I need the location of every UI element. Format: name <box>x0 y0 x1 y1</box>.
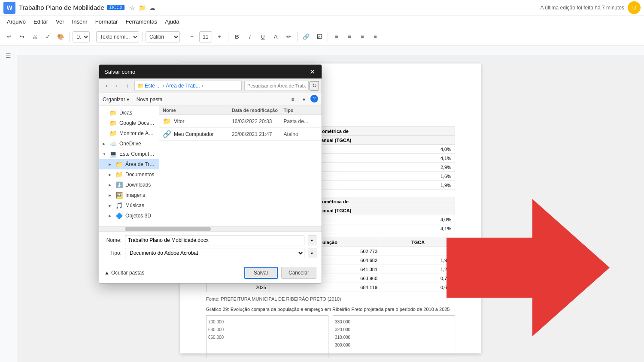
filename-dropdown-button[interactable]: ▾ <box>308 235 316 245</box>
save-button[interactable]: Salvar <box>244 267 278 279</box>
images-label: Imagens <box>125 192 145 198</box>
hide-folders-arrow: ▲ <box>104 270 109 276</box>
vitor-type: Pasta de... <box>284 118 318 124</box>
filetype-row: Tipo: Documento do Adobe Acrobat ▾ <box>104 248 316 258</box>
column-header-type: Tipo <box>284 108 318 113</box>
file-list: Nome Data de modificação Tipo 📁 Vitor 16… <box>159 106 322 226</box>
googledocs-label: Google Docs Co <box>119 120 155 126</box>
3dobjects-icon: 🔷 <box>115 212 123 219</box>
sidebar-item-onedrive[interactable]: ▶ ☁️ OneDrive <box>99 139 159 149</box>
hide-folders-button[interactable]: ▲ Ocultar pastas <box>104 270 144 276</box>
organize-button[interactable]: Organizar ▾ <box>103 97 129 103</box>
view-options-button[interactable]: ▾ <box>299 95 309 104</box>
horizontal-scrollbar[interactable] <box>99 226 322 231</box>
hide-folders-label: Ocultar pastas <box>111 270 144 276</box>
nav-path-bar[interactable]: 📁 Este ... › Área de Trab... › <box>134 81 242 91</box>
desktop-arrow: ▶ <box>109 163 113 166</box>
images-icon: 🖼️ <box>115 192 123 199</box>
help-button[interactable]: ? <box>310 95 318 103</box>
computer-arrow: ▼ <box>103 152 107 156</box>
nav-bar: ‹ › ↑ 📁 Este ... › Área de Trab... › ↻ <box>99 78 322 93</box>
documents-arrow: ▶ <box>109 173 113 177</box>
dicas-label: Dicas <box>119 110 132 116</box>
vitor-folder-icon: 📁 <box>163 117 171 125</box>
onedrive-arrow: ▶ <box>103 142 107 146</box>
action-buttons: Salvar Cancelar <box>244 267 316 279</box>
name-label: Nome: <box>104 237 122 243</box>
monitor-label: Monitor de Áudi <box>119 130 155 136</box>
meucomputador-type: Atalho <box>284 131 318 137</box>
meucomputador-date: 20/08/2021 21:47 <box>232 131 284 137</box>
onedrive-icon: ☁️ <box>109 140 117 147</box>
nav-back-button[interactable]: ‹ <box>102 81 111 90</box>
sidebar-item-computer[interactable]: ▼ 💻 Este Computador <box>99 149 159 159</box>
filename-row: Nome: ▾ <box>104 235 316 245</box>
filetype-select[interactable]: Documento do Adobe Acrobat <box>125 248 304 258</box>
dialog-overlay: Salvar como ✕ ‹ › ↑ 📁 Este ... › Área de… <box>0 0 644 362</box>
onedrive-label: OneDrive <box>119 141 141 147</box>
sidebar-item-dicas[interactable]: 📁 Dicas <box>99 108 159 118</box>
cancel-button[interactable]: Cancelar <box>281 267 316 279</box>
desktop-folder-icon: 📁 <box>115 161 123 168</box>
sidebar-item-downloads[interactable]: ▶ ⬇️ Downloads <box>99 180 159 190</box>
dialog-close-button[interactable]: ✕ <box>308 67 316 76</box>
file-row-vitor[interactable]: 📁 Vitor 16/03/2022 20:33 Pasta de... <box>159 115 322 128</box>
3dobjects-label: Objetos 3D <box>125 213 151 219</box>
column-header-name: Nome <box>163 108 232 113</box>
save-dialog: Salvar como ✕ ‹ › ↑ 📁 Este ... › Área de… <box>99 64 322 284</box>
monitor-folder-icon: 📁 <box>109 130 117 137</box>
path-item-2[interactable]: Este ... <box>145 83 161 89</box>
view-list-button[interactable]: ≡ <box>288 95 298 104</box>
vitor-name: Vitor <box>174 118 184 124</box>
nav-up-button[interactable]: ↑ <box>122 81 132 90</box>
new-folder-button[interactable]: Nova pasta <box>137 97 163 103</box>
path-item-3[interactable]: Área de Trab... <box>166 83 200 89</box>
dialog-actions: ▲ Ocultar pastas Salvar Cancelar <box>99 264 322 283</box>
filetype-dropdown-button[interactable]: ▾ <box>308 248 316 258</box>
computer-icon: 💻 <box>109 151 117 157</box>
nav-forward-button[interactable]: › <box>112 81 122 90</box>
column-header-date: Data de modificação <box>232 108 284 113</box>
dialog-titlebar: Salvar como ✕ <box>99 65 322 78</box>
dicas-folder-icon: 📁 <box>109 109 117 116</box>
downloads-icon: ⬇️ <box>115 181 123 188</box>
file-row-meucomputador[interactable]: 🔗 Meu Computador 20/08/2021 21:47 Atalho <box>159 128 322 141</box>
path-item-1[interactable]: 📁 <box>137 83 144 89</box>
downloads-label: Downloads <box>125 182 151 188</box>
type-label: Tipo: <box>104 250 122 256</box>
file-sidebar: 📁 Dicas 📁 Google Docs Co 📁 Monitor de Áu… <box>99 106 159 226</box>
googledocs-folder-icon: 📁 <box>109 120 117 127</box>
documents-folder-icon: 📁 <box>115 171 123 178</box>
vitor-date: 16/03/2022 20:33 <box>232 118 284 124</box>
search-input[interactable] <box>244 81 309 91</box>
file-main-area: 📁 Dicas 📁 Google Docs Co 📁 Monitor de Áu… <box>99 106 322 226</box>
sidebar-item-images[interactable]: ▶ 🖼️ Imagens <box>99 190 159 200</box>
sidebar-item-music[interactable]: ▶ 🎵 Músicas <box>99 200 159 211</box>
file-toolbar-right: ≡ ▾ ? <box>288 95 318 104</box>
scroll-thumb[interactable] <box>125 227 211 231</box>
sidebar-item-desktop[interactable]: ▶ 📁 Área de Trabalho <box>99 159 159 169</box>
meucomputador-icon: 🔗 <box>163 130 171 138</box>
desktop-label: Área de Trabalho <box>125 161 155 167</box>
documents-label: Documentos <box>125 172 154 178</box>
filename-input[interactable] <box>125 235 304 245</box>
dialog-title-text: Salvar como <box>104 69 135 75</box>
downloads-arrow: ▶ <box>109 183 113 187</box>
meucomputador-name: Meu Computador <box>174 131 214 137</box>
file-form: Nome: ▾ Tipo: Documento do Adobe Acrobat… <box>99 231 322 264</box>
file-list-header[interactable]: Nome Data de modificação Tipo <box>159 106 322 115</box>
sidebar-item-googledocs[interactable]: 📁 Google Docs Co <box>99 118 159 128</box>
sidebar-item-monitor[interactable]: 📁 Monitor de Áudi <box>99 128 159 139</box>
music-icon: 🎵 <box>115 202 123 209</box>
images-arrow: ▶ <box>109 193 113 197</box>
computer-label: Este Computador <box>119 151 155 157</box>
file-toolbar-separator <box>133 96 133 103</box>
music-arrow: ▶ <box>109 204 113 208</box>
file-toolbar: Organizar ▾ Nova pasta ≡ ▾ ? <box>99 93 322 106</box>
sidebar-item-3dobjects[interactable]: ▶ 🔷 Objetos 3D <box>99 211 159 221</box>
music-label: Músicas <box>125 202 144 208</box>
sidebar-item-documents[interactable]: ▶ 📁 Documentos <box>99 169 159 180</box>
3dobjects-arrow: ▶ <box>109 214 113 218</box>
refresh-button[interactable]: ↻ <box>310 81 319 90</box>
